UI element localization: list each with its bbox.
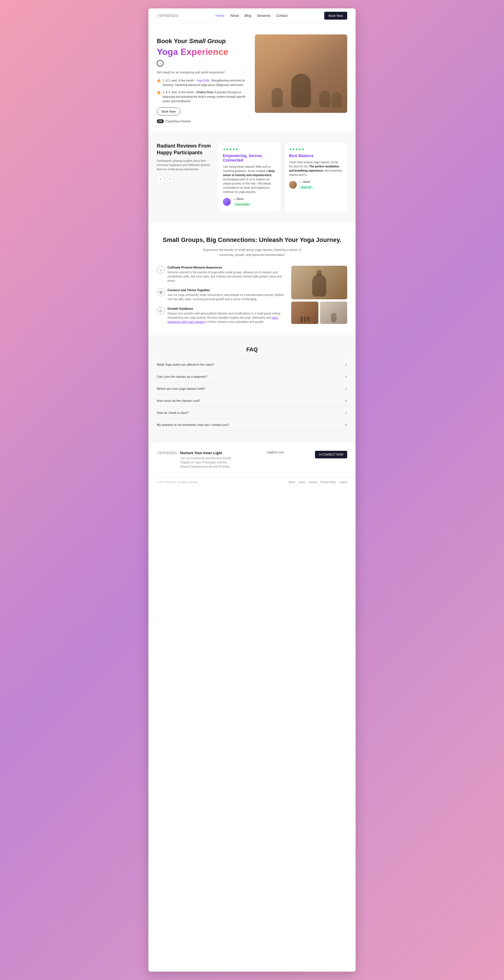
bullet-1-icon: 🔥 [157, 78, 161, 88]
footer-logo-slash: / [157, 451, 158, 455]
nav-link-about[interactable]: About [230, 14, 239, 18]
features-image-top [291, 266, 347, 299]
footer-link-about[interactable]: About [299, 481, 305, 484]
features-image-bottom-left [291, 302, 318, 324]
reviewer-2-avatar [289, 181, 297, 189]
reviews-section: Radiant Reviews From Happy Participants … [148, 132, 356, 222]
features-image-bottom-right [320, 302, 347, 324]
review-2-author: — Jakob Beginner [289, 180, 343, 189]
nav-links: Home About Blog Sessions Contact [216, 14, 288, 18]
review-card-1: ★★★★★ Empowering, Serene, Connected I am… [218, 143, 281, 211]
navbar: / 9FRIENDS Home About Blog Sessions Cont… [148, 8, 356, 23]
feature-2-content: Connect and Thrive Together Join our yog… [167, 288, 286, 301]
nav-link-blog[interactable]: Blog [245, 14, 251, 18]
faq-question-6: My question is not answered, how can I c… [157, 423, 229, 426]
hero-figures [255, 35, 347, 113]
reviewer-1-name: — Maria [233, 197, 251, 200]
feature-2-desc: Join our yoga community, foster connecti… [167, 293, 286, 301]
feature-1-desc: Immerse yourself in the practice of yoga… [167, 270, 286, 283]
footer: / 9FRIENDS Nurture Your Inner Light Join… [148, 442, 356, 477]
review-2-text: I have tried several yoga classes, by fa… [289, 160, 343, 177]
footer-link-home[interactable]: Home [288, 481, 295, 484]
reviews-cards-container: ★★★★★ Empowering, Serene, Connected I am… [218, 143, 347, 211]
faq-item-1[interactable]: What Yoga styles are offered in the clas… [157, 358, 347, 371]
faq-question-5: How do I book a class? [157, 411, 189, 414]
hero-gradient-title: Yoga Experience [157, 46, 249, 57]
faq-item-5[interactable]: How do I book a class? ∨ [157, 407, 347, 419]
footer-tagline: Nurture Your Inner Light [180, 451, 236, 455]
footer-info: Nurture Your Inner Light Join our Commun… [180, 451, 236, 469]
nav-book-button[interactable]: Book Now [324, 12, 347, 20]
reviews-content: Radiant Reviews From Happy Participants … [157, 143, 347, 211]
footer-link-imprint[interactable]: Imprint [339, 481, 347, 484]
faq-chevron-1: ∨ [345, 363, 347, 366]
feature-2-title: Connect and Thrive Together [167, 288, 286, 292]
features-layout: ☼ Cultivate Present Moment Awareness Imm… [157, 266, 347, 324]
hero-buttons: Book Now [157, 108, 249, 115]
hero-section: Book Your Small Group Yoga Experience Ge… [148, 23, 356, 132]
faq-section: FAQ What Yoga styles are offered in the … [148, 335, 356, 442]
feature-1-content: Cultivate Present Moment Awareness Immer… [167, 266, 286, 283]
small-groups-desc: Experience the beauty of small group yog… [199, 248, 305, 257]
feature-1-icon: ☼ [157, 266, 165, 274]
faq-item-4[interactable]: How much do the classes cost? ∨ [157, 395, 347, 407]
review-2-title: Best Balance [289, 153, 343, 158]
feature-item-3: ⊙ Growth Guidance Deepen your practice w… [157, 307, 286, 324]
footer-connect-button[interactable]: ✉ CONNECT NOW [315, 451, 347, 458]
reviewer-1-info: — Maria Intermediate [233, 197, 251, 206]
feature-3-icon: ⊙ [157, 307, 165, 315]
reviews-prev-button[interactable]: ‹ [157, 175, 164, 183]
nav-logo: / 9FRIENDS [157, 13, 179, 18]
footer-logo: / 9FRIENDS [157, 451, 177, 455]
reviews-header: Radiant Reviews From Happy Participants … [157, 143, 213, 183]
hero-content: Book Your Small Group Yoga Experience Ge… [157, 35, 249, 123]
footer-email: yog@om.com [261, 451, 290, 454]
bullet-1-text: 1. & 3. wed. of the month - Yoga Drills:… [163, 78, 249, 88]
hero-description: Get ready for an energizing and joyful e… [157, 70, 249, 75]
faq-item-3[interactable]: Where are your yoga classes held? ∨ [157, 383, 347, 395]
review-1-text: I am loving these classes! With such a n… [223, 165, 277, 194]
reviews-next-button[interactable]: › [166, 175, 173, 183]
faq-question-2: Can I join the classes as a beginner? [157, 375, 207, 378]
review-2-stars: ★★★★★ [289, 147, 343, 151]
classpass-badge: CP ClassPass Partner [157, 119, 249, 123]
nav-link-home[interactable]: Home [216, 14, 224, 18]
class-sequences-link[interactable]: class sequences after each session [167, 316, 278, 323]
feature-2-icon: ⚙ [157, 288, 165, 296]
footer-logo-name: 9FRIENDS [159, 451, 176, 455]
footer-copyright: © 2023. 9Friends. All rights reserved. [157, 481, 198, 484]
feature-3-title: Growth Guidance [167, 307, 286, 310]
nav-link-contact[interactable]: Contact [276, 14, 288, 18]
faq-chevron-2: ∨ [345, 375, 347, 379]
feature-3-desc: Deepen your practice with personalized a… [167, 311, 286, 324]
feature-item-1: ☼ Cultivate Present Moment Awareness Imm… [157, 266, 286, 283]
faq-chevron-4: ∨ [345, 399, 347, 402]
scroll-down-icon[interactable] [157, 60, 164, 67]
faq-item-6[interactable]: My question is not answered, how can I c… [157, 419, 347, 431]
bullet-2-text: 2. & 4. wed. of the month - Chakra Flow:… [163, 90, 249, 103]
footer-link-contact[interactable]: Contact [308, 481, 317, 484]
faq-question-4: How much do the classes cost? [157, 399, 200, 402]
classpass-label: ClassPass Partner [165, 119, 191, 123]
faq-item-2[interactable]: Can I join the classes as a beginner? ∨ [157, 371, 347, 383]
logo-slash: / [157, 13, 158, 18]
hero-yoga-image [255, 35, 347, 113]
yoga-drills-link[interactable]: Yoga Drills: [196, 79, 210, 82]
features-images-bottom [291, 302, 347, 324]
reviewer-2-level: Beginner [299, 185, 313, 189]
hero-book-button[interactable]: Book Now [157, 108, 180, 115]
review-1-author: — Maria Intermediate [223, 197, 277, 206]
feature-1-title: Cultivate Present Moment Awareness [167, 266, 286, 269]
small-groups-section: Small Groups, Big Connections: Unleash Y… [148, 222, 356, 335]
reviews-navigation: ‹ › [157, 175, 213, 183]
hero-bullet-1: 🔥 1. & 3. wed. of the month - Yoga Drill… [157, 78, 249, 88]
footer-link-privacy[interactable]: Privacy Policy [320, 481, 336, 484]
footer-left: / 9FRIENDS Nurture Your Inner Light Join… [157, 451, 236, 469]
footer-bottom-bar: © 2023. 9Friends. All rights reserved. H… [148, 477, 356, 487]
hero-title: Book Your Small Group [157, 37, 249, 45]
classpass-icon: CP [157, 119, 164, 123]
hero-image-area [255, 35, 347, 123]
reviewer-2-name: — Jakob [299, 180, 313, 183]
reviews-desc: Participants' glowing insights show thei… [157, 159, 213, 171]
nav-link-sessions[interactable]: Sessions [257, 14, 270, 18]
